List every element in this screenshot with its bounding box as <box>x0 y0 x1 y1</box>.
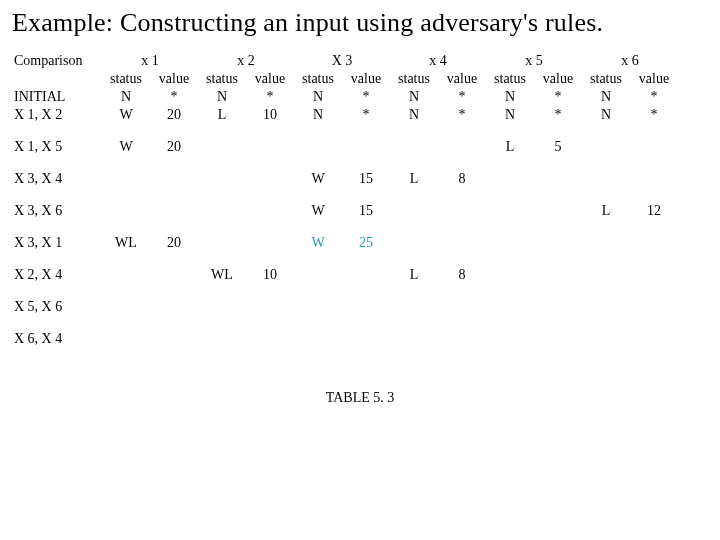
cell-value: 5 <box>534 138 582 170</box>
cell-value <box>630 234 678 266</box>
cell-value <box>150 170 198 202</box>
cell-value <box>534 298 582 330</box>
cell-value: 10 <box>246 266 294 298</box>
cell-value: * <box>342 106 390 138</box>
row-label: X 1, X 5 <box>12 138 102 170</box>
cell-value <box>438 330 486 362</box>
cell-status: W <box>294 202 342 234</box>
cell-status <box>390 298 438 330</box>
cell-value <box>246 138 294 170</box>
cell-value: * <box>630 88 678 106</box>
col-x3: X 3 <box>294 52 390 70</box>
cell-value <box>246 234 294 266</box>
cell-status <box>582 298 630 330</box>
table-row: X 2, X 4WL10L8 <box>12 266 678 298</box>
table-caption: TABLE 5. 3 <box>12 390 708 406</box>
cell-status <box>198 298 246 330</box>
cell-status: N <box>582 106 630 138</box>
page-title: Example: Constructing an input using adv… <box>12 8 708 38</box>
cell-status <box>294 298 342 330</box>
cell-status <box>582 266 630 298</box>
cell-status <box>582 138 630 170</box>
cell-status <box>390 330 438 362</box>
table-row: X 3, X 1WL20W25 <box>12 234 678 266</box>
col-x5-value: value <box>534 70 582 88</box>
cell-status <box>390 234 438 266</box>
col-x4: x 4 <box>390 52 486 70</box>
cell-status <box>198 170 246 202</box>
cell-value: 20 <box>150 106 198 138</box>
cell-status <box>582 330 630 362</box>
table-row: X 1, X 2W20L10N*N*N*N* <box>12 106 678 138</box>
cell-status: N <box>486 106 534 138</box>
cell-status <box>486 330 534 362</box>
corner-label: Comparison <box>12 52 102 70</box>
cell-value <box>534 234 582 266</box>
cell-value <box>246 330 294 362</box>
col-x5: x 5 <box>486 52 582 70</box>
cell-status <box>294 330 342 362</box>
row-label: X 3, X 1 <box>12 234 102 266</box>
cell-status: L <box>390 266 438 298</box>
col-x6-status: status <box>582 70 630 88</box>
cell-status <box>486 266 534 298</box>
cell-value <box>630 138 678 170</box>
cell-status: N <box>198 88 246 106</box>
row-label: X 2, X 4 <box>12 266 102 298</box>
col-x4-value: value <box>438 70 486 88</box>
cell-status <box>102 170 150 202</box>
cell-value <box>438 298 486 330</box>
cell-status: W <box>294 170 342 202</box>
cell-value: 8 <box>438 266 486 298</box>
col-x2: x 2 <box>198 52 294 70</box>
cell-status: N <box>582 88 630 106</box>
cell-status <box>198 330 246 362</box>
cell-status <box>102 330 150 362</box>
cell-status: L <box>198 106 246 138</box>
cell-status <box>294 138 342 170</box>
cell-status <box>198 138 246 170</box>
cell-value <box>630 298 678 330</box>
cell-value: * <box>246 88 294 106</box>
cell-status: N <box>390 88 438 106</box>
cell-value: 8 <box>438 170 486 202</box>
cell-value <box>246 298 294 330</box>
cell-status: N <box>390 106 438 138</box>
cell-value <box>150 202 198 234</box>
cell-value: * <box>342 88 390 106</box>
cell-status <box>390 138 438 170</box>
cell-value <box>438 202 486 234</box>
col-x3-value: value <box>342 70 390 88</box>
cell-value <box>630 170 678 202</box>
cell-value: * <box>630 106 678 138</box>
table-row: X 5, X 6 <box>12 298 678 330</box>
cell-status <box>486 234 534 266</box>
cell-value <box>630 266 678 298</box>
cell-value <box>534 266 582 298</box>
cell-value <box>438 138 486 170</box>
cell-value: 20 <box>150 234 198 266</box>
col-x6-value: value <box>630 70 678 88</box>
row-label: X 5, X 6 <box>12 298 102 330</box>
col-x3-status: status <box>294 70 342 88</box>
cell-value <box>342 266 390 298</box>
cell-status: N <box>486 88 534 106</box>
col-x5-status: status <box>486 70 534 88</box>
col-x2-value: value <box>246 70 294 88</box>
cell-value <box>150 298 198 330</box>
table-row: X 6, X 4 <box>12 330 678 362</box>
table-row: INITIALN*N*N*N*N*N* <box>12 88 678 106</box>
cell-value <box>342 138 390 170</box>
cell-status: WL <box>198 266 246 298</box>
cell-value <box>246 170 294 202</box>
cell-value: 15 <box>342 170 390 202</box>
cell-status <box>486 298 534 330</box>
table-row: X 3, X 6W15L12 <box>12 202 678 234</box>
cell-status: W <box>102 138 150 170</box>
cell-value: 15 <box>342 202 390 234</box>
cell-status: W <box>102 106 150 138</box>
col-x1-value: value <box>150 70 198 88</box>
row-label: X 6, X 4 <box>12 330 102 362</box>
cell-value <box>342 298 390 330</box>
cell-value: * <box>438 106 486 138</box>
